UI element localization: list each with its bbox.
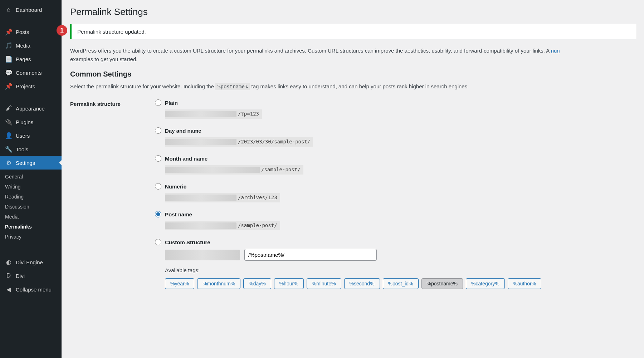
custom-structure-input[interactable] xyxy=(244,249,377,261)
submenu-item-media[interactable]: Media xyxy=(0,212,62,222)
radio-input-month-name[interactable] xyxy=(155,155,161,162)
option-label: Day and name xyxy=(165,128,201,134)
sidebar-item-media[interactable]: 🎵 Media xyxy=(0,39,62,52)
intro-text-b: examples to get you started. xyxy=(70,56,137,62)
tag-postname[interactable]: %postname% xyxy=(421,278,463,289)
radio-input-post-name[interactable] xyxy=(155,211,161,217)
submenu-item-discussion[interactable]: Discussion xyxy=(0,202,62,212)
annotation-badge: 1 xyxy=(57,25,67,36)
main-content: Permalink Settings Permalink structure u… xyxy=(62,0,644,358)
option-label: Post name xyxy=(165,211,192,217)
radio-input-custom[interactable] xyxy=(155,239,161,245)
submenu-item-writing[interactable]: Writing xyxy=(0,182,62,192)
available-tags-label: Available tags: xyxy=(165,267,636,273)
sample-plain: /?p=123 xyxy=(165,109,262,119)
submenu-item-permalinks[interactable]: Permalinks xyxy=(0,222,62,232)
blurred-domain xyxy=(165,167,260,173)
sidebar-item-plugins[interactable]: 🔌 Plugins xyxy=(0,115,62,129)
comment-icon: 💬 xyxy=(5,69,12,76)
radio-month-name[interactable]: Month and name xyxy=(155,155,636,162)
sidebar-item-label: Projects xyxy=(16,83,35,89)
settings-submenu: General Writing Reading Discussion Media… xyxy=(0,170,62,247)
sidebar-item-posts[interactable]: 📌 Posts xyxy=(0,25,62,39)
radio-input-day-name[interactable] xyxy=(155,127,161,134)
tag-year[interactable]: %year% xyxy=(165,278,194,289)
collapse-icon: ◀ xyxy=(5,286,12,293)
sidebar-item-label: Collapse menu xyxy=(16,286,52,293)
tag-minute[interactable]: %minute% xyxy=(307,278,341,289)
option-post-name: Post name /sample-post/ xyxy=(155,211,636,230)
option-label: Plain xyxy=(165,100,178,106)
sidebar-item-users[interactable]: 👤 Users xyxy=(0,129,62,142)
sample-post-name: /sample-post/ xyxy=(165,221,280,230)
page-icon: 📄 xyxy=(5,55,12,63)
radio-numeric[interactable]: Numeric xyxy=(155,183,636,190)
desc-text-a: Select the permalink structure for your … xyxy=(70,83,215,89)
sidebar-item-label: Plugins xyxy=(16,119,33,125)
notice-text: Permalink structure updated. xyxy=(77,29,146,35)
sidebar-item-label: Appearance xyxy=(16,106,45,112)
dashboard-icon: ⌂ xyxy=(5,6,12,13)
page-title: Permalink Settings xyxy=(70,6,636,18)
radio-day-name[interactable]: Day and name xyxy=(155,127,636,134)
common-settings-desc: Select the permalink structure for your … xyxy=(70,83,636,89)
option-label: Custom Structure xyxy=(165,239,210,245)
option-label: Month and name xyxy=(165,156,208,162)
sidebar-item-settings[interactable]: ⚙ Settings xyxy=(0,156,62,170)
tag-category[interactable]: %category% xyxy=(466,278,505,289)
radio-post-name[interactable]: Post name xyxy=(155,211,636,217)
radio-custom[interactable]: Custom Structure xyxy=(155,239,636,245)
option-month-name: Month and name /sample-post/ xyxy=(155,155,636,175)
blurred-domain xyxy=(165,139,236,145)
sidebar-item-divi[interactable]: D Divi xyxy=(0,269,62,283)
sample-day-name: /2023/03/30/sample-post/ xyxy=(165,137,313,147)
sample-path: /sample-post/ xyxy=(238,222,277,229)
sample-path: /?p=123 xyxy=(238,111,259,117)
sidebar-item-comments[interactable]: 💬 Comments xyxy=(0,66,62,79)
radio-plain[interactable]: Plain xyxy=(155,99,636,106)
sidebar-item-dashboard[interactable]: ⌂ Dashboard xyxy=(0,3,62,16)
sidebar-item-projects[interactable]: 📌 Projects xyxy=(0,79,62,93)
brush-icon: 🖌 xyxy=(5,105,12,112)
sidebar-item-label: Divi Engine xyxy=(16,259,43,265)
sample-numeric: /archives/123 xyxy=(165,193,280,202)
tag-hour[interactable]: %hour% xyxy=(274,278,304,289)
option-label: Numeric xyxy=(165,183,186,190)
sidebar-item-divi-engine[interactable]: ◐ Divi Engine xyxy=(0,255,62,269)
sidebar-item-label: Settings xyxy=(16,160,35,166)
sidebar-item-pages[interactable]: 📄 Pages xyxy=(0,52,62,66)
submenu-item-reading[interactable]: Reading xyxy=(0,192,62,202)
plugin-icon: 🔌 xyxy=(5,118,12,126)
tag-post-id[interactable]: %post_id% xyxy=(383,278,419,289)
sidebar-item-collapse[interactable]: ◀ Collapse menu xyxy=(0,283,62,296)
sidebar-item-appearance[interactable]: 🖌 Appearance xyxy=(0,102,62,115)
permalink-options: Plain /?p=123 Day and name /202 xyxy=(155,99,636,290)
intro-link[interactable]: nun xyxy=(551,48,560,54)
radio-input-numeric[interactable] xyxy=(155,183,161,190)
radio-input-plain[interactable] xyxy=(155,99,161,106)
submenu-item-privacy[interactable]: Privacy xyxy=(0,232,62,242)
sample-path: /2023/03/30/sample-post/ xyxy=(238,139,310,145)
option-day-name: Day and name /2023/03/30/sample-post/ xyxy=(155,127,636,147)
tag-author[interactable]: %author% xyxy=(508,278,542,289)
tag-day[interactable]: %day% xyxy=(243,278,271,289)
sidebar-item-tools[interactable]: 🔧 Tools xyxy=(0,142,62,156)
desc-tag: %postname% xyxy=(215,83,250,90)
common-settings-heading: Common Settings xyxy=(70,70,636,78)
option-plain: Plain /?p=123 xyxy=(155,99,636,119)
blurred-domain xyxy=(165,111,236,117)
intro-text-a: WordPress offers you the ability to crea… xyxy=(70,48,551,54)
submenu-item-general[interactable]: General xyxy=(0,172,62,182)
blurred-domain xyxy=(165,195,236,201)
sidebar-item-label: Posts xyxy=(16,29,29,35)
sample-month-name: /sample-post/ xyxy=(165,165,303,175)
custom-structure-row xyxy=(165,249,636,261)
divi-icon: D xyxy=(5,272,12,279)
divi-engine-icon: ◐ xyxy=(5,259,12,266)
sidebar-item-label: Divi xyxy=(16,273,25,279)
blurred-domain xyxy=(165,250,240,260)
tag-second[interactable]: %second% xyxy=(344,278,380,289)
tag-monthnum[interactable]: %monthnum% xyxy=(197,278,240,289)
available-tags: %year% %monthnum% %day% %hour% %minute% … xyxy=(165,278,636,289)
sidebar-item-label: Users xyxy=(16,133,30,139)
